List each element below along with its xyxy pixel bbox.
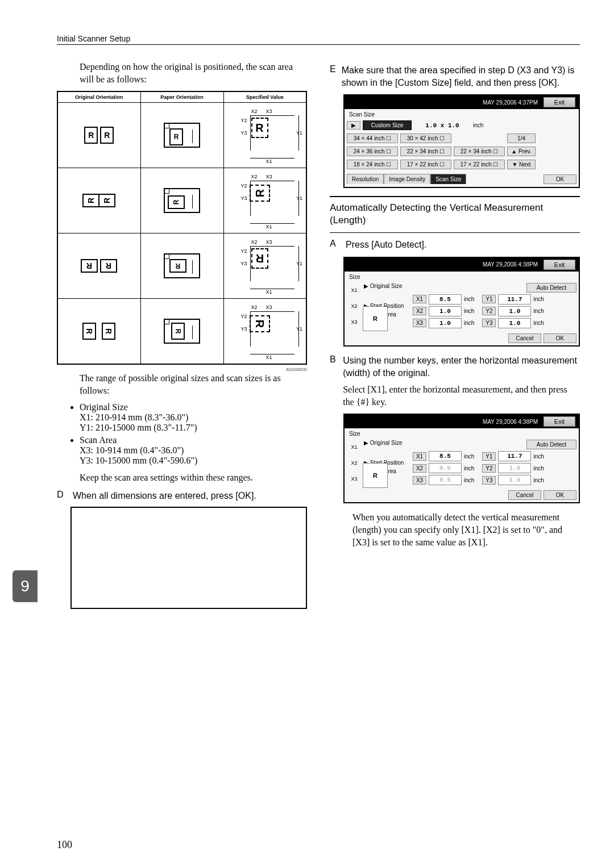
lcd1-custom-unit: inch <box>473 122 483 128</box>
lcd-field-unit: inch <box>533 465 544 471</box>
lcd1-size-option[interactable]: 17 × 22 inch ☐ <box>400 160 451 169</box>
lcd-timestamp: MAY 29,2006 4:38PM <box>483 419 538 425</box>
lcd-field-unit: inch <box>533 477 544 483</box>
lcd1-timestamp: MAY 29,2006 4:37PM <box>483 99 538 106</box>
lcd-field-val: 8.5 <box>429 451 462 461</box>
step-a-text: Press [Auto Detect]. <box>346 239 426 251</box>
lcd-field-key[interactable]: X2 <box>413 307 426 315</box>
page-number: 100 <box>57 839 72 851</box>
lcd-field-key[interactable]: Y2 <box>482 464 496 473</box>
lcd-field-val: 11.7 <box>498 294 531 304</box>
lcd-field-unit: inch <box>464 465 474 471</box>
lcd-field-key[interactable]: X1 <box>413 452 426 461</box>
lcd-ruler: X1X2X3 <box>347 283 362 325</box>
lcd-field-key[interactable]: X1 <box>413 295 426 303</box>
lcd-field-unit: inch <box>464 477 474 483</box>
lcd1-section: Scan Size <box>345 109 579 119</box>
lcd1-custom-size-button[interactable]: Custom Size <box>363 120 412 130</box>
lcd-field-unit: inch <box>464 320 474 326</box>
page-header: Initial Scanner Setup <box>57 34 580 44</box>
lcd1-pager[interactable]: ▼ Next <box>507 160 536 169</box>
lcd1-size-option[interactable]: 17 × 22 inch ☐ <box>454 160 505 169</box>
lcd1-pager: 1/4 <box>507 133 536 143</box>
lcd-field-val: 1.0 <box>429 306 462 316</box>
lcd1-tab-density[interactable]: Image Density <box>384 174 430 184</box>
lcd1-size-option[interactable]: 30 × 42 inch ☐ <box>400 133 451 143</box>
lcd1-tabs: Resolution Image Density Scan Size <box>347 173 466 185</box>
th-paper: Paper Orientation <box>140 91 223 103</box>
chapter-tab: 9 <box>13 570 38 602</box>
lcd-field-unit: inch <box>533 296 544 302</box>
lcd-field-key[interactable]: Y3 <box>482 476 496 485</box>
intro-text: Depending on how the original is positio… <box>57 61 307 85</box>
lcd-section: Size <box>345 428 579 438</box>
lcd-field-val: 1.0 <box>429 318 462 328</box>
lcd-field-key[interactable]: X2 <box>413 464 426 473</box>
lcd-exit-button[interactable]: Exit <box>544 416 575 427</box>
lcd-section: Size <box>345 272 579 281</box>
subsection-heading: Automatically Detecting the Vertical Mea… <box>330 196 580 233</box>
lcd1-custom-value: 1.0 x 1.0 <box>414 122 471 129</box>
keep-text: Keep the scan area settings within these… <box>57 471 307 484</box>
step-e-text: Make sure that the area specified in ste… <box>342 64 580 89</box>
lcd-field-key[interactable]: Y2 <box>482 307 496 315</box>
lcd-field-unit: inch <box>533 453 544 460</box>
lcd-field-unit: inch <box>464 453 474 460</box>
lcd-field-unit: inch <box>533 308 544 314</box>
range-text: The range of possible original sizes and… <box>57 372 307 397</box>
lcd1-size-option[interactable]: 34 × 44 inch ☐ <box>347 133 398 143</box>
lcd-field-unit: inch <box>464 296 474 302</box>
lcd-field-val: 1.0 <box>498 306 531 316</box>
lcd-orig-label: ▶ Original Size <box>364 440 402 446</box>
lcd-auto-detect-button[interactable]: Auto Detect <box>526 283 576 293</box>
lcd-field-unit: inch <box>533 320 544 326</box>
lcd-field-val: 1.0 <box>498 463 531 473</box>
lcd-timestamp: MAY 29,2006 4:38PM <box>483 261 538 268</box>
lcd-field-unit: inch <box>464 308 474 314</box>
orientation-table: Original Orientation Paper Orientation S… <box>57 91 307 365</box>
th-original: Original Orientation <box>57 91 140 103</box>
lcd1-exit-button[interactable]: Exit <box>544 97 575 107</box>
lcd1-size-option[interactable]: 22 × 34 inch ☐ <box>400 147 451 156</box>
lcd-field-val: 8.5 <box>429 475 462 485</box>
lcd-field-key[interactable]: Y1 <box>482 452 496 461</box>
step-d-screenshot-placeholder <box>70 507 307 609</box>
lcd-cancel-button[interactable]: Cancel <box>508 490 541 500</box>
lcd-cancel-button[interactable]: Cancel <box>508 333 541 343</box>
lcd1-ok-button[interactable]: OK <box>544 174 576 184</box>
lcd-field-key[interactable]: Y3 <box>482 319 496 327</box>
lcd1-tab-resolution[interactable]: Resolution <box>347 174 384 184</box>
lcd-scan-size: MAY 29,2006 4:37PM Exit Scan Size ▶ Cust… <box>343 94 580 188</box>
lcd1-tab-scansize[interactable]: Scan Size <box>430 174 466 184</box>
th-spec: Specified Value <box>223 91 306 103</box>
lcd-preview: R <box>363 306 388 331</box>
lcd-field-key[interactable]: Y1 <box>482 295 496 303</box>
lcd-ok-button[interactable]: OK <box>544 490 576 500</box>
step-a-letter: A <box>330 239 340 251</box>
step-d-letter: D <box>57 490 67 502</box>
lcd1-size-option[interactable]: 24 × 36 inch ☐ <box>347 147 398 156</box>
step-b-text2: Select [X1], enter the horizontal measur… <box>343 383 580 408</box>
step-b-text1: Using the number keys, enter the horizon… <box>343 354 580 379</box>
lcd-auto-detect-after: MAY 29,2006 4:38PMExitSizeX1X2X3▶ Origin… <box>343 414 580 503</box>
header-rule <box>57 44 580 45</box>
lcd-field-val: 0.0 <box>429 463 462 473</box>
step-b-letter: B <box>330 354 337 408</box>
step-d-text: When all dimensions are entered, press [… <box>73 490 256 502</box>
figure-code: AGG002D <box>57 367 307 372</box>
lcd1-arrow[interactable]: ▶ <box>347 121 360 130</box>
lcd-ok-button[interactable]: OK <box>544 333 576 343</box>
lcd1-size-option[interactable]: 18 × 24 inch ☐ <box>347 160 398 169</box>
range-bullets: Original SizeX1: 210-914 mm (8.3"-36.0")… <box>80 402 307 466</box>
lcd-auto-detect-button[interactable]: Auto Detect <box>526 440 576 449</box>
lcd-field-val: 1.0 <box>498 318 531 328</box>
lcd-field-key[interactable]: X3 <box>413 476 426 485</box>
lcd-auto-detect-before: MAY 29,2006 4:38PMExitSizeX1X2X3▶ Origin… <box>343 257 580 347</box>
lcd-exit-button[interactable]: Exit <box>544 260 575 270</box>
lcd-field-val: 11.7 <box>498 451 531 461</box>
lcd-field-key[interactable]: X3 <box>413 319 426 327</box>
lcd1-pager[interactable]: ▲ Prev. <box>507 147 536 156</box>
lcd-preview: R <box>363 463 388 488</box>
lcd1-size-option[interactable]: 22 × 34 inch ☐ <box>454 147 505 156</box>
step-e-letter: E <box>330 64 336 89</box>
